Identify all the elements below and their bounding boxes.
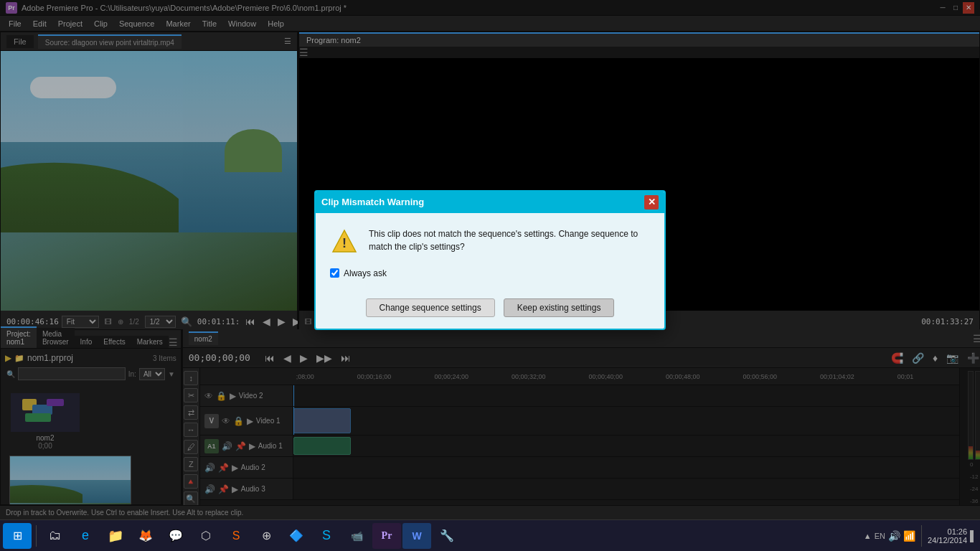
taskbar-sep-2 <box>921 525 922 547</box>
taskbar-ie[interactable]: e <box>71 523 100 549</box>
dialog-close-button[interactable]: ✕ <box>644 195 659 209</box>
taskbar-explorer[interactable]: 🗂 <box>41 523 70 549</box>
dialog-buttons: Change sequence settings Keep existing s… <box>316 291 664 329</box>
clip-mismatch-dialog: Clip Mismatch Warning ✕ ! This clip does… <box>314 190 666 330</box>
taskbar-volume-icon[interactable]: 🔊 <box>888 530 900 542</box>
dialog-titlebar: Clip Mismatch Warning ✕ <box>316 192 664 213</box>
taskbar-firefox[interactable]: 🦊 <box>131 523 160 549</box>
dialog-message: This clip does not match the sequence's … <box>369 227 650 253</box>
taskbar-word[interactable]: W <box>402 523 431 549</box>
clock-time: 01:26 <box>928 527 967 536</box>
taskbar-tools[interactable]: 🔧 <box>433 523 461 549</box>
dialog-always-ask-row: Always ask <box>330 268 650 278</box>
taskbar-right: ▲ EN 🔊 📶 01:26 24/12/2014 ▌ <box>864 525 977 547</box>
always-ask-label[interactable]: Always ask <box>344 268 387 278</box>
taskbar: ⊞ 🗂 e 📁 🦊 💬 ⬡ S ⊕ 🔷 S 📹 Pr W 🔧 ▲ EN 🔊 📶 … <box>0 519 980 551</box>
taskbar-skype[interactable]: 💬 <box>161 523 190 549</box>
dialog-title: Clip Mismatch Warning <box>321 197 424 207</box>
taskbar-premiere[interactable]: Pr <box>372 523 401 549</box>
dialog-content: ! This clip does not match the sequence'… <box>330 227 650 258</box>
taskbar-sep-1 <box>36 525 37 547</box>
always-ask-checkbox[interactable] <box>330 268 339 278</box>
change-sequence-settings-button[interactable]: Change sequence settings <box>366 298 495 317</box>
taskbar-network-icon[interactable]: 📶 <box>903 530 915 542</box>
taskbar-clock: 01:26 24/12/2014 <box>928 527 967 545</box>
taskbar-show-hidden[interactable]: ▲ <box>864 532 872 540</box>
start-button[interactable]: ⊞ <box>3 523 32 549</box>
taskbar-gopro[interactable]: 📹 <box>342 523 371 549</box>
modal-overlay: Clip Mismatch Warning ✕ ! This clip does… <box>0 0 980 519</box>
taskbar-show-desktop[interactable]: ▌ <box>970 530 977 542</box>
taskbar-app6[interactable]: S <box>222 523 250 549</box>
dialog-body: ! This clip does not match the sequence'… <box>316 213 664 291</box>
taskbar-folder[interactable]: 📁 <box>101 523 130 549</box>
clock-date: 24/12/2014 <box>928 536 967 545</box>
keep-existing-settings-button[interactable]: Keep existing settings <box>504 298 615 317</box>
svg-text:!: ! <box>342 236 347 250</box>
warning-icon-wrap: ! <box>330 227 359 258</box>
taskbar-app5[interactable]: ⬡ <box>192 523 220 549</box>
taskbar-app8[interactable]: 🔷 <box>282 523 311 549</box>
taskbar-skype2[interactable]: S <box>312 523 341 549</box>
taskbar-lang: EN <box>875 532 885 540</box>
warning-icon: ! <box>330 227 359 256</box>
taskbar-app7[interactable]: ⊕ <box>252 523 281 549</box>
